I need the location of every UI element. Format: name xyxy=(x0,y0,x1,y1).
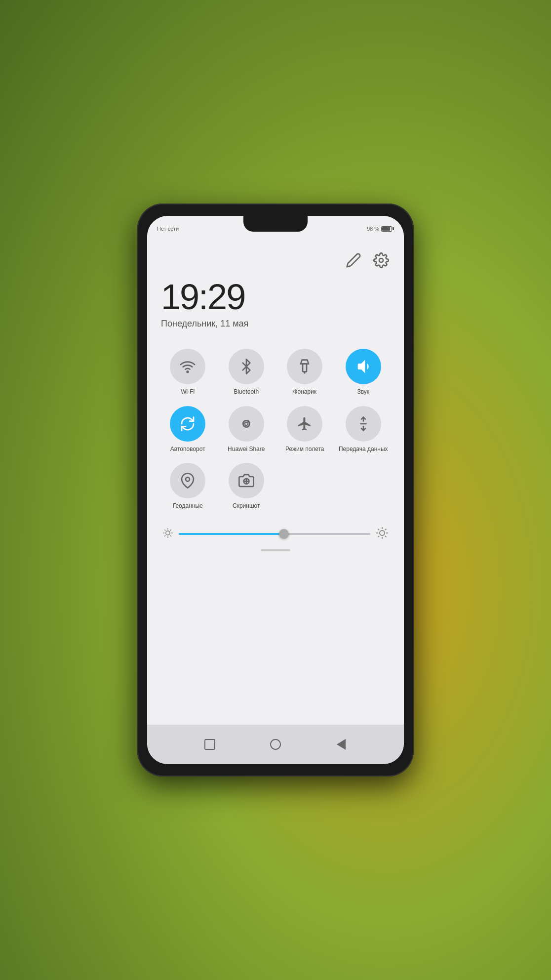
navigation-bar xyxy=(147,725,404,764)
svg-point-0 xyxy=(379,258,383,262)
toggle-airplane[interactable]: Режим полета xyxy=(278,406,332,453)
svg-line-20 xyxy=(165,535,165,536)
edit-button[interactable] xyxy=(345,251,362,269)
toggle-circle-airplane xyxy=(287,406,322,442)
time-display: 19:29 xyxy=(161,279,390,315)
toggle-geodata[interactable]: Геоданные xyxy=(161,463,215,510)
toggle-circle-autorotate xyxy=(170,406,205,442)
toggle-circle-sound xyxy=(346,349,381,384)
battery-percent: 98 % xyxy=(367,226,379,232)
svg-line-17 xyxy=(170,535,171,536)
svg-rect-2 xyxy=(303,364,307,372)
toggle-label-data-transfer: Передача данных xyxy=(339,446,388,453)
brightness-handle[interactable] xyxy=(279,529,289,539)
toggle-label-geodata: Геоданные xyxy=(173,502,203,510)
top-icons-row xyxy=(161,251,390,269)
content-area: 19:29 Понедельник, 11 мая Wi-Fi xyxy=(147,242,404,725)
status-bar: Нет сети 98 % xyxy=(147,216,404,242)
battery-body xyxy=(381,226,392,232)
toggle-label-bluetooth: Bluetooth xyxy=(234,388,259,396)
phone-screen: Нет сети 98 % xyxy=(147,216,404,764)
notch xyxy=(243,216,308,232)
signal-status: Нет сети xyxy=(157,226,179,232)
toggle-autorotate[interactable]: Автоповорот xyxy=(161,406,215,453)
toggle-label-wifi: Wi-Fi xyxy=(181,388,195,396)
battery-tip xyxy=(393,227,394,230)
battery-fill xyxy=(382,227,390,231)
toggle-label-sound: Звук xyxy=(357,388,369,396)
toggle-circle-screenshot xyxy=(229,463,264,498)
toggle-screenshot[interactable]: Скриншот xyxy=(220,463,274,510)
svg-line-21 xyxy=(170,530,171,530)
home-icon xyxy=(270,739,281,750)
toggle-huawei-share[interactable]: Huawei Share xyxy=(220,406,274,453)
svg-line-29 xyxy=(378,536,379,536)
toggle-wifi[interactable]: Wi-Fi xyxy=(161,349,215,396)
back-button[interactable] xyxy=(331,735,351,754)
toggle-data-transfer[interactable]: Передача данных xyxy=(337,406,391,453)
svg-line-16 xyxy=(165,530,165,530)
drag-handle xyxy=(261,549,290,551)
svg-line-26 xyxy=(385,536,386,536)
brightness-min-icon xyxy=(163,528,173,540)
recent-apps-button[interactable] xyxy=(200,735,220,754)
svg-point-1 xyxy=(187,371,189,372)
toggle-flashlight[interactable]: Фонарик xyxy=(278,349,332,396)
toggle-label-flashlight: Фонарик xyxy=(293,388,316,396)
svg-point-13 xyxy=(166,531,170,535)
battery-status: 98 % xyxy=(367,226,394,232)
home-button[interactable] xyxy=(266,735,285,754)
brightness-row xyxy=(161,527,390,541)
toggle-circle-huawei-share xyxy=(229,406,264,442)
toggle-circle-flashlight xyxy=(287,349,322,384)
toggle-sound[interactable]: Звук xyxy=(337,349,391,396)
svg-line-30 xyxy=(385,529,386,530)
toggle-circle-geodata xyxy=(170,463,205,498)
toggle-label-airplane: Режим полета xyxy=(285,446,324,453)
toggles-grid: Wi-Fi Bluetooth xyxy=(161,349,390,510)
brightness-slider[interactable] xyxy=(179,533,370,535)
date-display: Понедельник, 11 мая xyxy=(161,319,390,329)
toggle-circle-bluetooth xyxy=(229,349,264,384)
phone-frame: Нет сети 98 % xyxy=(137,204,414,776)
brightness-max-icon xyxy=(376,527,388,541)
svg-point-5 xyxy=(244,422,248,425)
back-icon xyxy=(337,739,346,750)
toggle-label-screenshot: Скриншот xyxy=(233,502,260,510)
toggle-circle-data-transfer xyxy=(346,406,381,442)
svg-line-25 xyxy=(378,529,379,530)
toggle-label-huawei-share: Huawei Share xyxy=(228,446,265,453)
battery-icon xyxy=(381,226,394,232)
toggle-circle-wifi xyxy=(170,349,205,384)
svg-point-22 xyxy=(380,531,385,535)
toggle-label-autorotate: Автоповорот xyxy=(170,446,205,453)
settings-button[interactable] xyxy=(372,251,390,269)
svg-point-9 xyxy=(186,478,190,482)
brightness-fill xyxy=(179,533,284,535)
recent-apps-icon xyxy=(204,739,215,750)
toggle-bluetooth[interactable]: Bluetooth xyxy=(220,349,274,396)
